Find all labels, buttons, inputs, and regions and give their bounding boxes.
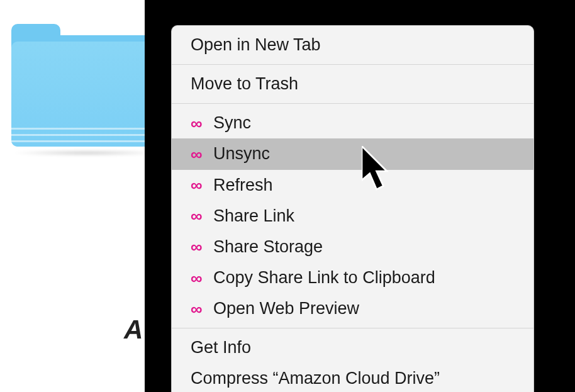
menu-separator: [172, 103, 533, 104]
menu-item-open-new-tab[interactable]: Open in New Tab: [172, 30, 533, 60]
menu-item-label: Open Web Preview: [213, 296, 359, 321]
menu-item-label: Compress “Amazon Cloud Drive”: [191, 366, 440, 391]
menu-item-move-to-trash[interactable]: Move to Trash: [172, 69, 533, 99]
menu-item-label: Unsync: [213, 142, 270, 166]
menu-separator: [172, 64, 533, 65]
menu-item-label: Open in New Tab: [191, 33, 321, 57]
menu-item-sync[interactable]: ∞ Sync: [172, 108, 533, 138]
menu-item-get-info[interactable]: Get Info: [172, 332, 533, 363]
menu-item-refresh[interactable]: ∞ Refresh: [172, 170, 533, 201]
infinity-icon: ∞: [191, 146, 209, 162]
infinity-icon: ∞: [191, 208, 209, 224]
menu-item-compress[interactable]: Compress “Amazon Cloud Drive”: [172, 363, 533, 392]
menu-item-unsync[interactable]: ∞ Unsync: [172, 138, 533, 169]
menu-item-label: Move to Trash: [191, 72, 298, 96]
menu-item-label: Share Link: [213, 204, 294, 228]
folder-label-fragment: A: [124, 315, 143, 345]
menu-item-share-link[interactable]: ∞ Share Link: [172, 201, 533, 232]
infinity-icon: ∞: [191, 177, 209, 193]
infinity-icon: ∞: [191, 238, 209, 255]
menu-item-label: Copy Share Link to Clipboard: [213, 266, 435, 290]
infinity-icon: ∞: [191, 270, 209, 286]
infinity-icon: ∞: [191, 301, 209, 317]
menu-item-copy-share-link[interactable]: ∞ Copy Share Link to Clipboard: [172, 262, 533, 293]
menu-item-share-storage[interactable]: ∞ Share Storage: [172, 232, 533, 262]
menu-item-open-web-preview[interactable]: ∞ Open Web Preview: [172, 293, 533, 324]
menu-item-label: Get Info: [191, 335, 251, 360]
infinity-icon: ∞: [191, 115, 209, 132]
menu-item-label: Refresh: [213, 173, 273, 198]
context-menu: Open in New Tab Move to Trash ∞ Sync ∞ U…: [171, 25, 534, 392]
menu-item-label: Share Storage: [213, 235, 323, 259]
folder-shadow: [11, 150, 162, 156]
folder-icon[interactable]: [11, 24, 162, 147]
menu-item-label: Sync: [213, 111, 251, 135]
menu-separator: [172, 328, 533, 328]
